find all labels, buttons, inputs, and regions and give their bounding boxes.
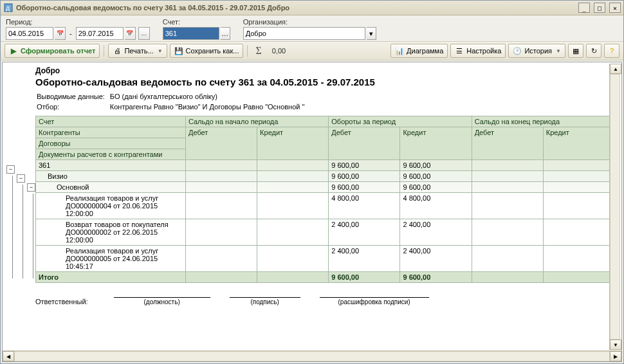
outline-collapse-button[interactable]: − [17,174,25,183]
account-input[interactable]: 361 [163,27,219,40]
cell-sd [185,160,257,171]
cell-ec [543,246,614,272]
total-td: 9 600,00 [329,272,400,283]
outline-collapse-button[interactable]: − [6,165,15,174]
sig-fullname: (расшифровка подписи) [338,298,410,305]
cell-sd [185,193,257,219]
table-row[interactable]: Основной9 600,009 600,00 [36,182,615,193]
cell-tc: 9 600,00 [400,160,472,171]
report-meta: Выводимые данные: БО (дані бухгалтерсько… [35,91,309,113]
col-ed: Дебет [472,127,543,160]
table-row[interactable]: 3619 600,009 600,00 [36,160,615,171]
cell-ed [472,246,543,272]
printer-icon: 🖨 [113,46,122,55]
org-input[interactable]: Добро [243,27,365,40]
history-button[interactable]: 🕑 История ▼ [508,44,565,58]
total-label: Итого [36,272,186,283]
col-tc: Кредит [400,127,472,160]
cell-sc [257,219,329,246]
print-button[interactable]: 🖨 Печать... ▼ [108,44,167,58]
sig-position: (должность) [144,298,180,305]
minimize-button[interactable]: _ [578,3,590,13]
date-from-calendar-button[interactable]: 📅 [55,27,66,40]
cell-sd [185,219,257,246]
cell-sd [185,171,257,182]
history-icon: 🕑 [513,46,522,55]
responsible-label: Ответственный: [35,298,88,305]
toolbar-sep [247,45,248,57]
save-as-button[interactable]: 💾 Сохранить как... [170,44,244,58]
table-row[interactable]: Визио9 600,009 600,00 [36,171,615,182]
cell-td: 9 600,00 [329,182,400,193]
cell-td: 9 600,00 [329,160,400,171]
sig-signature: (подпись) [250,298,279,305]
signature-block: Ответственный: (должность) (подпись) (ра… [35,297,615,305]
col-contr: Контрагенты [36,127,186,138]
settings-button[interactable]: ☰ Настройка [450,44,506,58]
toolbar-sep [104,45,104,57]
date-from-input[interactable]: 04.05.2015 [6,27,53,40]
svg-text:Д: Д [6,5,10,12]
cell-ec [543,171,614,182]
period-choose-button[interactable]: … [138,27,150,40]
vertical-scrollbar[interactable]: ▲ ▼ [609,64,620,350]
sum-value: 0,00 [268,47,289,55]
action2-button[interactable]: ↻ [586,44,601,58]
col-turn: Обороты за период [329,116,472,127]
col-end: Сальдо на конец периода [472,116,614,127]
report-title: Оборотно-сальдовая ведомость по счету 36… [35,77,615,87]
report-table: Счет Сальдо на начало периода Обороты за… [35,116,615,283]
row-name: Визио [36,171,186,182]
diagram-button[interactable]: 📊 Диаграмма [390,44,448,58]
cell-ec [543,219,614,246]
col-contracts: Договоры [36,138,186,149]
list-icon: ☰ [455,46,464,55]
cell-td: 4 800,00 [329,193,400,219]
form-report-button[interactable]: ▶ Сформировать отчет [5,44,100,58]
cell-tc: 2 400,00 [400,246,472,272]
outline-collapse-button[interactable]: − [27,183,35,192]
action1-button[interactable]: ▦ [568,44,583,58]
col-sc: Кредит [257,127,329,160]
out-data-value: БО (дані бухгалтерського обліку) [110,93,309,102]
params-panel: Период: 04.05.2015 📅 - 29.07.2015 📅 … Сч… [1,15,623,41]
account-choose-button[interactable]: … [221,27,230,40]
cell-tc: 9 600,00 [400,182,472,193]
window-title: Оборотно-сальдовая ведомость по счету 36… [16,4,578,12]
date-to-calendar-button[interactable]: 📅 [125,27,136,40]
cell-ec [543,182,614,193]
row-name: 361 [36,160,186,171]
maximize-button[interactable]: □ [594,3,605,13]
org-dropdown-button[interactable]: ▾ [367,27,376,40]
scroll-left-button[interactable]: ◀ [3,351,14,361]
help-button[interactable]: ? [604,44,619,58]
table-row[interactable]: Реализация товаров и услуг ДО000000004 о… [36,193,615,219]
report-content: Добро Оборотно-сальдовая ведомость по сч… [35,62,621,350]
row-name: Возврат товаров от покупателя ДО00000000… [36,219,186,246]
col-td: Дебет [329,127,400,160]
col-account: Счет [36,116,186,127]
outline-gutter: − − − [3,62,35,350]
table-icon: ▦ [571,46,580,55]
table-row[interactable]: Возврат товаров от покупателя ДО00000000… [36,219,615,246]
table-row[interactable]: Реализация товаров и услуг ДО000000005 о… [36,246,615,272]
horizontal-scrollbar[interactable]: ◀ ▶ [3,350,621,361]
close-button[interactable]: ✕ [609,3,621,13]
scroll-right-button[interactable]: ▶ [610,351,621,361]
sum-icon: Σ [252,45,265,57]
date-to-input[interactable]: 29.07.2015 [76,27,124,40]
scroll-up-button[interactable]: ▲ [610,64,621,74]
filter-label: Отбор: [37,103,109,112]
total-tc: 9 600,00 [400,272,472,283]
org-label: Организация: [243,18,376,26]
cell-sd [185,182,257,193]
scroll-down-button[interactable]: ▼ [610,340,621,350]
row-name: Реализация товаров и услуг ДО000000004 о… [36,193,186,219]
app-window: Д Оборотно-сальдовая ведомость по счету … [0,0,624,364]
toolbar: ▶ Сформировать отчет 🖨 Печать... ▼ 💾 Сох… [1,41,623,60]
report-area: − − − Добро Оборотно-сальдовая ведомость… [2,62,622,362]
col-ec: Кредит [543,127,614,160]
cell-sc [257,160,329,171]
disk-icon: 💾 [174,46,183,55]
cell-td: 9 600,00 [329,171,400,182]
